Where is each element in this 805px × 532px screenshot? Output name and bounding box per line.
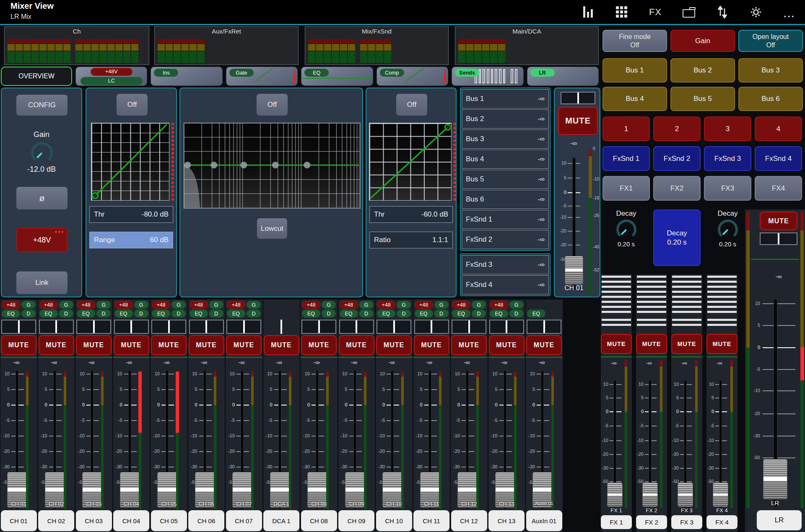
comp-state-button[interactable]: Off	[396, 94, 427, 116]
fx-select-button[interactable]: FX 4	[706, 515, 737, 529]
pan-control[interactable]	[339, 320, 374, 334]
mute-button[interactable]: MUTE	[226, 335, 262, 355]
pan-control[interactable]	[114, 320, 149, 334]
more-icon[interactable]: ...	[783, 3, 796, 21]
pan-control[interactable]	[76, 320, 111, 334]
pan-control[interactable]	[226, 320, 261, 334]
channel-select-button[interactable]: CH 03	[76, 510, 112, 531]
fx-select-button[interactable]: FX 3	[671, 515, 702, 529]
pan-control[interactable]	[301, 320, 336, 334]
pan-control[interactable]	[39, 320, 74, 334]
layer-button-2[interactable]: 2	[653, 116, 701, 141]
overview-button[interactable]: OVERVIEW	[1, 67, 72, 86]
eq-graph[interactable]	[184, 123, 361, 209]
pan-control[interactable]	[414, 320, 449, 334]
folder-icon[interactable]	[683, 5, 695, 19]
comp-graph[interactable]	[369, 123, 452, 201]
channel-select-button[interactable]: AuxIn 01	[526, 510, 562, 531]
mute-button[interactable]: MUTE	[671, 334, 702, 354]
pan-control[interactable]	[452, 320, 486, 334]
lr-mute-button[interactable]: MUTE	[760, 212, 797, 230]
bus-button-3[interactable]: Bus 3	[738, 58, 803, 83]
decay-knob[interactable]	[718, 220, 738, 240]
fxsnd-button-1[interactable]: FxSnd 1	[602, 146, 650, 171]
mute-button[interactable]: MUTE	[339, 335, 374, 355]
fader-cap[interactable]	[642, 483, 658, 507]
bus-button-2[interactable]: Bus 5	[670, 87, 735, 111]
gear-icon[interactable]	[750, 5, 762, 19]
link-button[interactable]: Link	[16, 271, 68, 294]
pan-control[interactable]	[151, 320, 186, 334]
mute-button[interactable]: MUTE	[39, 335, 74, 355]
comp-threshold-field[interactable]: Thr -60.0 dB	[369, 206, 453, 223]
fxsnd-button-3[interactable]: FxSnd 3	[704, 146, 751, 171]
bus-button-1[interactable]: Bus 4	[602, 87, 667, 111]
channel-select-button[interactable]: CH 07	[226, 510, 262, 531]
layer-button-1[interactable]: 1	[602, 116, 650, 141]
overview-cell-lr[interactable]: LR	[527, 67, 599, 86]
mute-button[interactable]: MUTE	[301, 335, 337, 355]
mute-button[interactable]: MUTE	[264, 335, 299, 355]
eq-state-button[interactable]: Off	[257, 94, 288, 116]
gate-range-field[interactable]: Range 60 dB	[89, 232, 173, 248]
gate-state-button[interactable]: Off	[117, 94, 148, 116]
comp-ratio-field[interactable]: Ratio 1.1:1	[369, 232, 453, 248]
send-row[interactable]: Bus 5-∞	[462, 170, 549, 189]
fader-cap[interactable]	[565, 256, 583, 284]
fader-cap[interactable]	[607, 483, 623, 507]
fx-button-3[interactable]: FX3	[704, 176, 751, 201]
channel-select-button[interactable]: CH 13	[488, 510, 525, 531]
gain-knob[interactable]	[31, 142, 53, 164]
mute-button[interactable]: MUTE	[451, 335, 487, 355]
fx-icon[interactable]: FX	[649, 5, 662, 19]
config-button[interactable]: CONFIG	[16, 95, 68, 116]
overview-cell-gate[interactable]: Gate	[226, 67, 298, 86]
channel-select-button[interactable]: CH 10	[376, 510, 412, 531]
overview-cell-eq[interactable]: EQ	[301, 67, 373, 86]
mute-button[interactable]: MUTE	[636, 334, 667, 354]
channel-select-button[interactable]: CH 02	[38, 510, 74, 531]
pan-control[interactable]	[189, 320, 224, 334]
lr-select-button[interactable]: LR	[757, 510, 802, 530]
overview-cell-ins[interactable]: Ins	[151, 67, 222, 86]
mute-button[interactable]: MUTE	[601, 334, 632, 354]
lowcut-button[interactable]: Lowcut	[257, 218, 287, 239]
gain-mode-button[interactable]: Gain	[670, 30, 735, 52]
channel-select-button[interactable]: CH 01	[1, 510, 37, 531]
mute-button[interactable]: MUTE	[558, 107, 598, 135]
fxsnd-button-4[interactable]: FxSnd 4	[755, 146, 802, 171]
mute-button[interactable]: MUTE	[526, 335, 562, 355]
fx-button-2[interactable]: FX2	[653, 176, 701, 201]
bus-button-3[interactable]: Bus 6	[738, 87, 803, 111]
overview-cell-sends[interactable]: Sends	[452, 67, 523, 86]
mute-button[interactable]: MUTE	[414, 335, 449, 355]
send-row[interactable]: Bus 4-∞	[462, 150, 549, 169]
fader-cap[interactable]	[713, 483, 728, 507]
fx2-decay-button[interactable]: Decay 0.20 s	[653, 209, 701, 266]
updown-arrows-icon[interactable]	[716, 5, 729, 19]
channel-select-button[interactable]: CH 04	[113, 510, 149, 531]
channel-select-button[interactable]: CH 12	[451, 510, 487, 531]
send-row[interactable]: FxSnd 3-∞	[462, 255, 549, 274]
mute-button[interactable]: MUTE	[376, 335, 412, 355]
meters-icon[interactable]	[582, 5, 595, 19]
fxsnd-button-2[interactable]: FxSnd 2	[653, 146, 701, 171]
lr-pan-control[interactable]	[760, 232, 797, 245]
grid-layout-icon[interactable]	[615, 5, 628, 19]
bus-button-2[interactable]: Bus 2	[670, 58, 735, 83]
fx-button-4[interactable]: FX4	[755, 176, 802, 201]
fader-cap[interactable]	[763, 459, 787, 499]
channel-select-button[interactable]: CH 11	[413, 510, 449, 531]
send-row[interactable]: Bus 1-∞	[462, 89, 549, 108]
channel-select-button[interactable]: CH 08	[301, 510, 337, 531]
gate-graph[interactable]	[91, 123, 169, 201]
decay-knob[interactable]	[616, 220, 636, 240]
send-row[interactable]: Bus 3-∞	[462, 129, 549, 149]
mute-button[interactable]: MUTE	[76, 335, 112, 355]
send-row[interactable]: Bus 2-∞	[462, 109, 549, 129]
fader-cap[interactable]	[678, 483, 693, 507]
pan-control[interactable]	[527, 320, 561, 334]
mute-button[interactable]: MUTE	[114, 335, 149, 355]
mute-button[interactable]: MUTE	[706, 334, 737, 354]
pan-control[interactable]	[489, 320, 524, 334]
